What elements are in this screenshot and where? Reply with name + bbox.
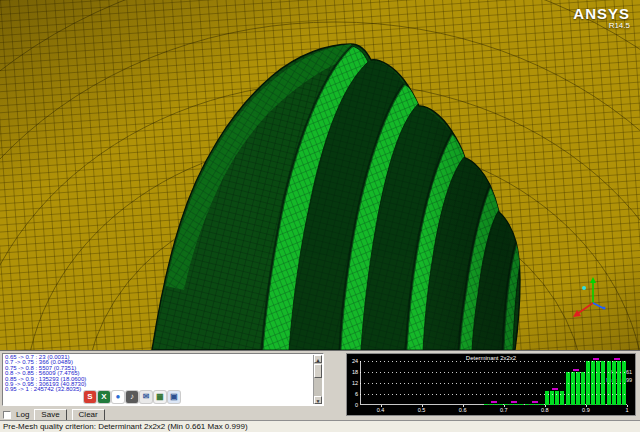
app-icon-row: SX●♪✉▦▣ — [84, 391, 180, 403]
hist-gridline — [360, 394, 627, 395]
messenger-icon[interactable]: S — [84, 391, 96, 403]
message-log-panel: 0.65 -> 0.7 : 23 (0.0031)0.7 -> 0.75 : 3… — [0, 351, 332, 421]
hist-x-tick-label: 0.8 — [537, 407, 553, 413]
browser-icon[interactable]: ● — [112, 391, 124, 403]
ansys-brand-text: ANSYS — [573, 6, 630, 21]
hist-x-tick-label: 0.9 — [578, 407, 594, 413]
log-scrollbar[interactable]: ▲ ▼ — [313, 355, 322, 404]
hist-bin-marker — [532, 401, 538, 403]
clear-button[interactable]: Clear — [72, 409, 105, 421]
icem-cfd-window: ANSYS R14.5 0.65 -> 0.7 : 23 (0.0031)0.7… — [0, 0, 640, 432]
hist-bin-marker — [491, 401, 497, 403]
hist-x-tick-label: 0.7 — [496, 407, 512, 413]
hist-x-tick-label: 0.4 — [373, 407, 389, 413]
hist-bar — [525, 404, 545, 405]
mail-icon[interactable]: ✉ — [140, 391, 152, 403]
mesh-viewport[interactable]: ANSYS R14.5 — [0, 0, 640, 350]
hist-bin-marker — [573, 369, 579, 371]
log-checkbox-label: Log — [16, 410, 29, 419]
scroll-up-icon[interactable]: ▲ — [314, 355, 322, 363]
hist-gridline — [360, 372, 627, 373]
log-checkbox[interactable] — [3, 411, 11, 419]
hist-bar — [566, 372, 586, 405]
save-button[interactable]: Save — [34, 409, 66, 421]
hist-bin-marker — [593, 358, 599, 360]
hist-x-tick-label: 0.6 — [455, 407, 471, 413]
hist-bin-marker — [552, 388, 558, 390]
hist-bar — [484, 404, 504, 405]
hist-y-tick-label: 12 — [347, 380, 358, 386]
media-icon[interactable]: ♪ — [126, 391, 138, 403]
status-bar: Pre-Mesh quality criterion: Determinant … — [0, 420, 640, 432]
hist-gridline — [360, 361, 627, 362]
log-line-list: 0.65 -> 0.7 : 23 (0.0031)0.7 -> 0.75 : 3… — [5, 355, 321, 393]
hist-bin-marker — [511, 401, 517, 403]
bottom-panel: 0.65 -> 0.7 : 23 (0.0031)0.7 -> 0.75 : 3… — [0, 350, 640, 420]
hist-y-tick-label: 6 — [347, 391, 358, 397]
hist-y-tick-label: 0 — [347, 402, 358, 408]
ansys-release-text: R14.5 — [573, 21, 630, 30]
scrollbar-thumb[interactable] — [314, 364, 322, 378]
hist-x-tick-label: 1 — [619, 407, 635, 413]
hist-bar — [504, 404, 524, 405]
scroll-down-icon[interactable]: ▼ — [314, 396, 322, 404]
document-icon[interactable]: ▣ — [168, 391, 180, 403]
hist-gridline — [360, 383, 627, 384]
table-icon[interactable]: ▦ — [154, 391, 166, 403]
hist-bin-marker — [614, 358, 620, 360]
ansys-logo: ANSYS R14.5 — [573, 6, 630, 30]
hist-x-tick-label: 0.5 — [414, 407, 430, 413]
spreadsheet-icon[interactable]: X — [98, 391, 110, 403]
mesh-scene — [0, 0, 640, 350]
hist-y-tick-label: 24 — [347, 358, 358, 364]
hist-y-tick-label: 18 — [347, 369, 358, 375]
rotation-center-dot — [582, 286, 586, 290]
quality-histogram[interactable]: Determinant 2x2x2 Min 0.661 Max 0.999 06… — [346, 353, 636, 416]
